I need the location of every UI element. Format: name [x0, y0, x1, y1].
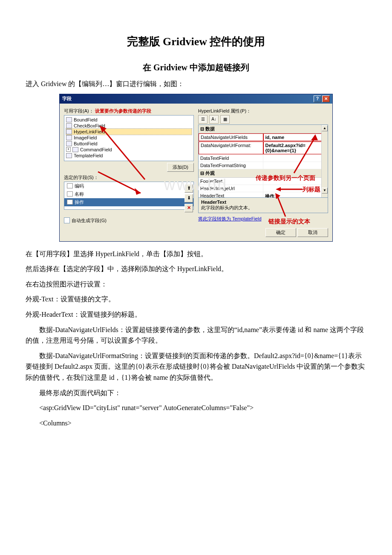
collapse-icon[interactable]: ⊟	[200, 171, 204, 176]
properties-label: HyperLinkField 属性(P)：	[198, 108, 328, 114]
available-fields-hint: 设置要作为参数传递的字段	[95, 108, 151, 113]
field-icon	[67, 191, 73, 197]
category-data: 数据	[205, 126, 215, 132]
tree-item[interactable]: ImageField	[74, 135, 97, 140]
move-down-button[interactable]: ⬇	[184, 194, 193, 202]
field-icon	[67, 199, 73, 205]
cancel-button[interactable]: 取消	[297, 228, 328, 237]
callout-pass-param: 传递参数到另一个页面	[256, 174, 315, 182]
body-text: 最终形成的页面代码如下：	[26, 387, 366, 399]
list-item[interactable]: 名称	[75, 191, 84, 197]
page-title: 完整版 Gridview 控件的使用	[26, 34, 366, 49]
field-icon	[66, 117, 72, 122]
callout-col-title: 列标题	[303, 186, 320, 194]
ok-button[interactable]: 确定	[265, 228, 296, 237]
add-button[interactable]: 添加(D)	[167, 163, 194, 172]
categorized-icon[interactable]: ☰	[198, 115, 208, 124]
properties-icon[interactable]: ▦	[220, 115, 230, 124]
dialog-title-text: 字段	[62, 95, 72, 102]
prop-name[interactable]: HeaderImageUrl	[199, 185, 263, 192]
field-icon	[72, 147, 78, 152]
alphabetical-icon[interactable]: A↓	[209, 115, 219, 124]
autogen-label: 自动生成字段(G)	[72, 217, 107, 224]
scrollbar[interactable]: ▲ ▼	[321, 125, 328, 197]
prop-name[interactable]: DataNavigateUrlFields	[199, 133, 263, 141]
body-text: 数据-DataNavigateUrlFields：设置超链接要传递的参数，这里写…	[26, 324, 366, 346]
body-text: 外观-Text：设置链接的文字。	[26, 294, 366, 305]
tree-item[interactable]: HyperLinkField	[74, 129, 105, 134]
dialog-titlebar: 字段 ? ✕	[60, 94, 332, 104]
tree-item[interactable]: BoundField	[74, 117, 98, 122]
code-line: <asp:GridView ID="cityList" runat="serve…	[26, 402, 366, 413]
convert-template-link[interactable]: 将此字段转换为 TemplateField	[198, 216, 262, 221]
field-icon	[66, 135, 72, 140]
intro-text: 进入 Gridview 的【编辑列…】窗口进行编辑，如图：	[26, 78, 366, 90]
prop-value[interactable]: Default2.aspx?id={0}&name={1}	[263, 142, 328, 154]
move-up-button[interactable]: ⬆	[184, 184, 193, 193]
body-text: 在右边按照图示进行设置：	[26, 279, 366, 290]
available-fields-tree[interactable]: BoundField CheckBoxField HyperLinkField …	[64, 115, 194, 161]
prop-name[interactable]: HeaderText	[199, 192, 263, 198]
scroll-up-icon[interactable]: ▲	[322, 125, 328, 131]
field-icon	[66, 153, 72, 158]
list-item[interactable]: 编码	[75, 183, 84, 189]
desc-title: HeaderText	[201, 199, 325, 205]
tree-item[interactable]: ButtonField	[74, 141, 98, 146]
body-text: 然后选择在【选定的字段】中，选择刚添加的这个 HyperLinkField。	[26, 263, 366, 275]
close-icon[interactable]: ✕	[322, 95, 330, 102]
tree-item[interactable]: CommandField	[80, 147, 112, 152]
prop-value[interactable]	[263, 155, 328, 162]
list-item[interactable]: 操作	[75, 199, 84, 205]
property-description: HeaderText 此字段的标头内的文本。	[198, 198, 328, 213]
body-text: 在【可用字段】里选择 HyperLinkField，单击【添加】按钮。	[26, 249, 366, 260]
prop-name[interactable]: FooterText	[199, 178, 263, 185]
tree-item[interactable]: TemplateField	[74, 153, 103, 158]
prop-value[interactable]	[263, 162, 328, 169]
field-icon	[66, 129, 72, 134]
prop-name[interactable]: DataNavigateUrlFormat:	[199, 142, 263, 154]
category-look: 外观	[205, 170, 215, 176]
field-icon	[66, 141, 72, 146]
field-icon	[67, 183, 73, 188]
prop-name[interactable]: DataTextFormatString	[199, 162, 263, 169]
prop-name[interactable]: DataTextField	[199, 155, 263, 162]
delete-button[interactable]: ✕	[184, 204, 193, 212]
body-text: 数据-DataNavigateUrlFormatString：设置要链接到的页面…	[26, 350, 366, 383]
callout-link-text: 链接显示的文本	[268, 218, 310, 225]
body-text: 外观-HeaderText：设置链接列的标题。	[26, 309, 366, 320]
selected-fields-label: 选定的字段(S)：	[64, 174, 194, 181]
code-line: <Columns>	[26, 418, 366, 429]
expand-icon[interactable]: +	[66, 147, 71, 152]
field-icon	[66, 123, 72, 128]
desc-body: 此字段的标头内的文本。	[201, 205, 253, 210]
prop-value[interactable]: id, name	[263, 133, 328, 141]
fields-dialog: 字段 ? ✕ 可用字段(A)： 设置要作为参数传递的字段 BoundField …	[59, 94, 333, 242]
tree-item[interactable]: CheckBoxField	[74, 123, 105, 128]
collapse-icon[interactable]: ⊟	[200, 126, 204, 132]
autogen-checkbox[interactable]	[64, 217, 70, 223]
help-icon[interactable]: ?	[314, 95, 321, 102]
section-title: 在 Gridview 中添加超链接列	[26, 62, 366, 73]
selected-fields-list[interactable]: 编码 名称 操作	[64, 182, 194, 210]
scroll-down-icon[interactable]: ▼	[322, 188, 328, 194]
available-fields-label: 可用字段(A)：	[64, 108, 94, 113]
